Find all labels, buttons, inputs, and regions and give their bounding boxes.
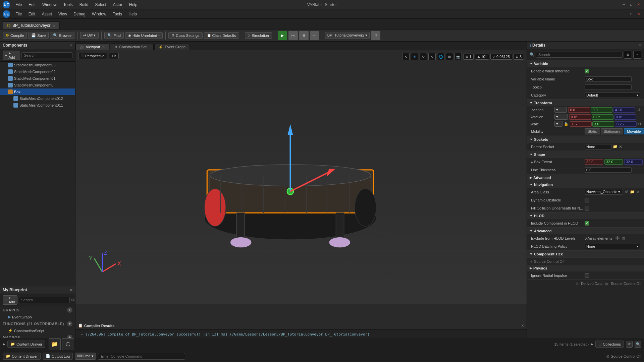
advanced-toggle2[interactable]: ▼ Advanced [527, 228, 644, 234]
shape-toggle[interactable]: ▼ Shape [527, 151, 644, 158]
comp-staticmesh0[interactable]: StaticMeshComponent0 [0, 82, 75, 88]
comp-staticmesh02[interactable]: StaticMeshComponent02 [0, 68, 75, 75]
more-button[interactable]: ⋯ [310, 31, 319, 40]
bp-extra-button[interactable]: ⚙ [371, 31, 380, 40]
menu-tools[interactable]: Tools [61, 2, 75, 8]
construction-script-item[interactable]: ⚡ ConstructionScript [0, 327, 75, 334]
exclude-add-icon[interactable]: ➕ [615, 236, 620, 240]
area-class-clear[interactable]: ✕ [637, 190, 640, 194]
box-extent-x[interactable] [585, 159, 603, 165]
grid-view-btn[interactable]: ⊞ [624, 51, 632, 59]
menu-file[interactable]: File [13, 2, 24, 8]
movable-btn[interactable]: Movable [624, 128, 644, 134]
details-search-input[interactable] [536, 52, 623, 58]
location-x[interactable] [568, 107, 590, 113]
collections-search-btn[interactable]: 🔍 [635, 341, 641, 348]
scale-z[interactable] [615, 121, 637, 127]
lit-btn[interactable]: Lit [109, 53, 119, 59]
inner-menu-file[interactable]: File [13, 11, 24, 17]
scale-btn[interactable]: ⤡ [428, 53, 436, 60]
derived-data-label[interactable]: Derived Data [581, 282, 602, 286]
include-hlod-checkbox[interactable]: ✓ [585, 221, 589, 226]
parent-socket-select[interactable]: None [585, 144, 611, 149]
editable-checkbox[interactable]: ✓ [585, 69, 589, 73]
source-ctrl-label[interactable]: Source Control Off [534, 259, 565, 263]
location-mode[interactable]: ▾ [554, 107, 567, 113]
console-input[interactable] [98, 353, 185, 360]
comp-staticmesh012[interactable]: StaticMeshComponent012 [0, 95, 75, 102]
functions-add-btn[interactable]: + [67, 321, 72, 326]
world-local-btn[interactable]: 🌐 [437, 53, 444, 60]
graphs-add-btn[interactable]: + [67, 307, 72, 313]
minimize-btn[interactable]: ─ [621, 2, 627, 7]
grid-value-btn[interactable]: ⊞ 1 [463, 54, 474, 60]
angle-btn[interactable]: ∠ 10° [475, 54, 489, 60]
inner-menu-debug[interactable]: Debug [71, 11, 88, 17]
tab-bp-tutorial[interactable]: ⬡ BP_TutorialConveyor ✕ [3, 21, 60, 29]
play-button[interactable]: ▶ [278, 31, 287, 40]
select-mode-btn[interactable]: ↖ [402, 53, 410, 60]
class-defaults-button[interactable]: 📋 Class Defaults [204, 32, 239, 39]
stationary-btn[interactable]: Stationary [601, 128, 624, 134]
area-class-refresh[interactable]: ↺ [625, 190, 628, 194]
bp-name-dropdown[interactable]: BP_TutorialConveyor2 ▾ [325, 32, 370, 39]
find-button[interactable]: 🔍 Find [104, 32, 123, 39]
thumb-mesh[interactable]: ⬡ [62, 338, 74, 350]
graphs-section[interactable]: GRAPHS + [0, 306, 75, 314]
transform-toggle[interactable]: ▼ Transform [527, 100, 644, 106]
variable-toggle[interactable]: ▼ Variable [527, 60, 644, 67]
bp-search-input[interactable] [19, 297, 70, 303]
class-settings-button[interactable]: ⚙ Class Settings [168, 32, 202, 39]
socket-clear-icon[interactable]: ✕ [619, 144, 622, 149]
compile-button[interactable]: ⚙ Compile [3, 32, 27, 39]
advanced-toggle1[interactable]: ▶ Advanced [527, 174, 644, 181]
sockets-toggle[interactable]: ▼ Sockets [527, 136, 644, 143]
comp-staticmesh05[interactable]: StaticMeshComponent05 [0, 62, 75, 68]
inner-minimize-btn[interactable]: ─ [621, 11, 627, 17]
static-btn[interactable]: Static [585, 128, 600, 134]
list-view-btn[interactable]: ≡ [633, 51, 641, 59]
source-control-status-label[interactable]: Source Control Off [611, 354, 641, 358]
stop-button[interactable]: ⏹ [299, 31, 309, 40]
comp-staticmesh01[interactable]: StaticMeshComponent01 [0, 75, 75, 82]
menu-actor[interactable]: Actor [110, 2, 125, 8]
collections-eye-btn[interactable]: 👁 [626, 341, 633, 348]
event-graph-item[interactable]: ▶ EventGraph [0, 314, 75, 320]
inner-restore-btn[interactable]: □ [629, 11, 634, 17]
fill-collision-checkbox[interactable] [585, 206, 589, 210]
collections-label-btn[interactable]: ⊞ Collections [595, 341, 624, 348]
menu-select[interactable]: Select [92, 2, 109, 8]
details-close[interactable]: ✕ [639, 44, 641, 47]
bp-settings-icon[interactable]: ⚙ [71, 298, 75, 302]
scale-x[interactable] [570, 121, 592, 127]
hlod-toggle[interactable]: ▼ HLOD [527, 213, 644, 219]
tab-viewport[interactable]: 🎥 Viewport ✕ [75, 44, 109, 50]
area-class-browse[interactable]: 📁 [630, 190, 635, 194]
viewport-tab-close[interactable]: ✕ [102, 45, 105, 49]
category-select[interactable]: Default ▾ [585, 93, 640, 98]
comp-staticmesh011[interactable]: StaticMeshComponent011 [0, 102, 75, 109]
location-reset[interactable]: ↺ [636, 108, 641, 112]
source-ctrl-label2[interactable]: Source Control Off [611, 282, 641, 286]
simulation-button[interactable]: ▷ Simulation [245, 32, 272, 39]
hide-unrelated-button[interactable]: ◉ Hide Unrelated ▾ [125, 32, 163, 39]
browse-button[interactable]: 🔍 Browse [50, 32, 74, 39]
save-button[interactable]: 💾 Save [28, 32, 49, 39]
bp-add-button[interactable]: + + Add [3, 295, 17, 305]
scale-mode[interactable]: ▾ [554, 121, 562, 127]
inner-menu-asset[interactable]: Asset [39, 11, 55, 17]
components-search-input[interactable] [21, 52, 72, 58]
menu-help[interactable]: Help [126, 2, 140, 8]
viewport[interactable]: ☰ Perspective Lit ↖ ✛ ↻ ⤡ 🌐 ⊞ 📷 ⊞ 1 [75, 50, 527, 322]
comp-box[interactable]: Box [0, 88, 75, 95]
rotation-mode[interactable]: ▾ [554, 114, 568, 120]
thumb-folder[interactable]: 📁 [49, 338, 61, 350]
tab-event-graph[interactable]: ⚡ Event Graph [154, 44, 190, 50]
menu-window[interactable]: Window [40, 2, 59, 8]
location-y[interactable] [591, 107, 612, 113]
inner-menu-help[interactable]: Help [126, 11, 140, 17]
inner-menu-view[interactable]: View [56, 11, 70, 17]
translate-btn[interactable]: ✛ [411, 53, 418, 60]
menu-build[interactable]: Build [77, 2, 91, 8]
tab-construction[interactable]: ⚙ Construction Scr... [110, 44, 154, 50]
